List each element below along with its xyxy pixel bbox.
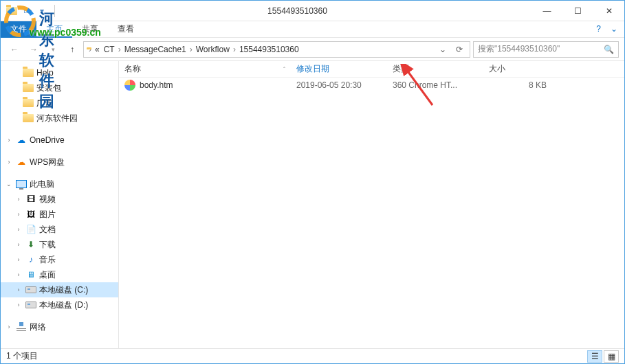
nav-pc-item[interactable]: ›♪音乐 bbox=[1, 252, 118, 267]
pc-icon bbox=[16, 179, 27, 190]
refresh-icon[interactable]: ⟳ bbox=[452, 45, 467, 54]
chevron-right-icon[interactable]: › bbox=[88, 45, 92, 54]
breadcrumb[interactable]: Workflow bbox=[195, 45, 231, 54]
picture-icon: 🖼 bbox=[25, 209, 36, 220]
desktop-icon: 🖥 bbox=[25, 269, 36, 280]
onedrive-icon: ☁ bbox=[16, 135, 27, 146]
folder-app-icon bbox=[6, 5, 17, 16]
col-name[interactable]: 名称ˆ bbox=[119, 63, 291, 75]
chevron-right-icon[interactable]: › bbox=[5, 137, 13, 144]
navigation-pane[interactable]: Help 安装包 广告 河东软件园 ›☁OneDrive ›☁WPS网盘 ⌄此电… bbox=[1, 61, 119, 348]
nav-pc-item[interactable]: ›🖼图片 bbox=[1, 207, 118, 222]
breadcrumb[interactable]: 1554493510360 bbox=[238, 45, 300, 54]
window-title: 1554493510360 bbox=[63, 6, 531, 16]
tab-view[interactable]: 查看 bbox=[108, 21, 144, 38]
nav-network[interactable]: ›网络 bbox=[1, 319, 118, 334]
chevron-right-icon[interactable]: › bbox=[118, 45, 122, 54]
tab-share[interactable]: 共享 bbox=[72, 21, 108, 38]
breadcrumb[interactable]: CT bbox=[102, 45, 116, 54]
col-size[interactable]: 大小 bbox=[483, 63, 552, 75]
file-name: body.htm bbox=[140, 80, 173, 90]
nav-quick-item[interactable]: 安装包 bbox=[1, 80, 118, 95]
chevron-down-icon[interactable]: ⌄ bbox=[5, 181, 13, 187]
chevron-right-icon[interactable]: › bbox=[232, 45, 237, 54]
maximize-button[interactable]: ☐ bbox=[562, 1, 593, 21]
nav-up-button[interactable]: ↑ bbox=[64, 41, 80, 58]
htm-file-icon bbox=[124, 80, 135, 91]
disk-icon bbox=[25, 284, 36, 295]
tab-home[interactable]: 主页 bbox=[36, 21, 72, 38]
properties-icon[interactable]: ▭ bbox=[21, 5, 32, 16]
file-list-pane[interactable]: 名称ˆ 修改日期 类型 大小 body.htm 2019-06-05 20:30… bbox=[119, 61, 624, 348]
disk-icon bbox=[25, 299, 36, 310]
wps-icon: ☁ bbox=[16, 157, 27, 168]
nav-back-button[interactable]: ← bbox=[6, 41, 23, 58]
nav-pc-item[interactable]: ›🎞视频 bbox=[1, 192, 118, 207]
crumb-ellipsis[interactable]: « bbox=[94, 45, 101, 54]
video-icon: 🎞 bbox=[25, 194, 36, 205]
col-date[interactable]: 修改日期 bbox=[291, 63, 387, 75]
sort-indicator-icon: ˆ bbox=[283, 66, 285, 73]
nav-pc-item[interactable]: ›🖥桌面 bbox=[1, 267, 118, 282]
nav-pc-item[interactable]: ›本地磁盘 (C:) bbox=[1, 282, 118, 297]
file-date: 2019-06-05 20:30 bbox=[291, 80, 387, 90]
file-type: 360 Chrome HT... bbox=[387, 80, 483, 90]
chevron-right-icon[interactable]: › bbox=[5, 159, 13, 166]
nav-pc-item[interactable]: ›📄文档 bbox=[1, 222, 118, 237]
search-input[interactable]: 搜索"1554493510360" 🔍 bbox=[473, 41, 619, 58]
document-icon: 📄 bbox=[25, 224, 36, 235]
nav-this-pc[interactable]: ⌄此电脑 bbox=[1, 177, 118, 192]
minimize-button[interactable]: — bbox=[531, 1, 562, 21]
addr-dropdown-icon[interactable]: ⌄ bbox=[435, 45, 450, 54]
nav-onedrive[interactable]: ›☁OneDrive bbox=[1, 133, 118, 148]
music-icon: ♪ bbox=[25, 254, 36, 265]
search-icon[interactable]: 🔍 bbox=[604, 45, 614, 54]
status-item-count: 1 个项目 bbox=[6, 350, 38, 362]
qat-new-icon[interactable]: ▾ bbox=[36, 5, 47, 16]
nav-pc-item[interactable]: ›⬇下载 bbox=[1, 237, 118, 252]
nav-recent-button[interactable]: ▾ bbox=[45, 41, 61, 58]
download-icon: ⬇ bbox=[25, 239, 36, 250]
breadcrumb[interactable]: MessageCache1 bbox=[123, 45, 188, 54]
file-row[interactable]: body.htm 2019-06-05 20:30 360 Chrome HT.… bbox=[119, 78, 624, 93]
column-headers: 名称ˆ 修改日期 类型 大小 bbox=[119, 61, 624, 78]
search-placeholder: 搜索"1554493510360" bbox=[478, 43, 560, 55]
network-icon bbox=[16, 321, 27, 332]
chevron-right-icon[interactable]: › bbox=[189, 45, 193, 54]
close-button[interactable]: ✕ bbox=[593, 1, 624, 21]
col-type[interactable]: 类型 bbox=[387, 63, 483, 75]
file-size: 8 KB bbox=[483, 80, 552, 90]
nav-quick-item[interactable]: Help bbox=[1, 65, 118, 80]
file-menu[interactable]: 文件 bbox=[1, 21, 36, 38]
view-details-button[interactable]: ☰ bbox=[587, 350, 602, 363]
nav-quick-item[interactable]: 河东软件园 bbox=[1, 111, 118, 126]
address-bar[interactable]: › « CT › MessageCache1 › Workflow › 1554… bbox=[83, 41, 470, 58]
chevron-right-icon[interactable]: › bbox=[5, 323, 13, 330]
ribbon-expand-icon[interactable]: ⌄ bbox=[611, 24, 617, 34]
nav-forward-button[interactable]: → bbox=[25, 41, 42, 58]
help-icon[interactable]: ? bbox=[596, 24, 601, 34]
nav-pc-item[interactable]: ›本地磁盘 (D:) bbox=[1, 297, 118, 312]
nav-wps[interactable]: ›☁WPS网盘 bbox=[1, 155, 118, 170]
nav-quick-item[interactable]: 广告 bbox=[1, 95, 118, 111]
view-icons-button[interactable]: ▦ bbox=[604, 350, 619, 363]
